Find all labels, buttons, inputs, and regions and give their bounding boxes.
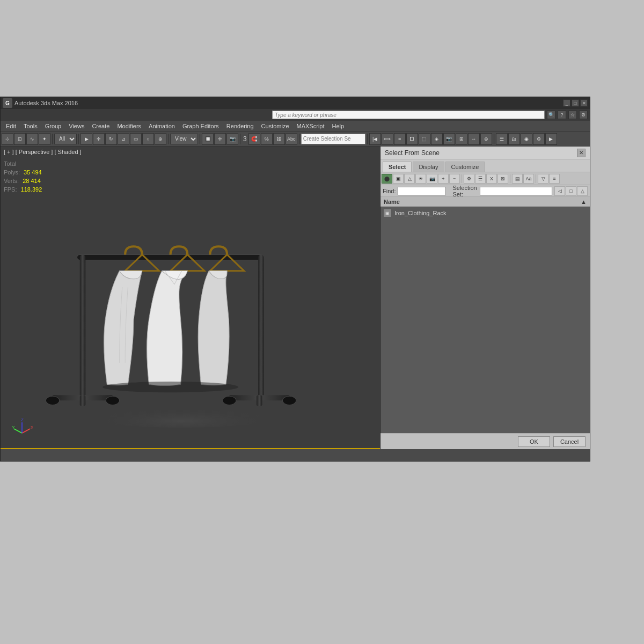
view-dropdown[interactable]: View: [170, 134, 198, 144]
place-highlight-btn[interactable]: ◈: [431, 133, 443, 145]
named-sel-btn[interactable]: |◀: [369, 133, 381, 145]
normal-align-btn[interactable]: ⬚: [419, 133, 430, 145]
menu-edit[interactable]: Edit: [3, 122, 19, 130]
paint-sel-btn[interactable]: ✦: [39, 133, 50, 145]
toolbar: ⊹ ⊡ ∿ ✦ All ▶ ✛ ↻ ⊿ ▭ ○ ⊕ View 🔲 ✛ 📷 3 🧲…: [1, 131, 590, 147]
selection-set-input[interactable]: [480, 187, 552, 195]
create-selection-input[interactable]: [301, 134, 365, 144]
name-sort-indicator[interactable]: ▲: [581, 199, 587, 205]
object-list[interactable]: ▣ Iron_Clothing_Rack: [380, 207, 590, 433]
filter-shape-btn[interactable]: △: [404, 174, 415, 184]
close-button[interactable]: ✕: [580, 99, 588, 107]
quick-align-btn[interactable]: ⧠: [406, 133, 418, 145]
render-btn[interactable]: ▶: [545, 133, 557, 145]
menu-animation[interactable]: Animation: [145, 122, 178, 130]
tb-sep-2: [78, 134, 79, 144]
filter-dropdown[interactable]: All: [54, 134, 77, 144]
select-tool-btn[interactable]: ⊹: [2, 133, 13, 145]
select-move-btn[interactable]: ✛: [93, 133, 105, 145]
select-region-btn[interactable]: ⊡: [14, 133, 26, 145]
spacing-btn[interactable]: ↔: [468, 133, 480, 145]
menu-customize[interactable]: Customize: [258, 122, 292, 130]
case-sensitive-btn[interactable]: Aa: [523, 174, 534, 184]
find-input[interactable]: [398, 187, 446, 195]
panel-title: Select From Scene ✕: [380, 147, 590, 159]
menu-views[interactable]: Views: [65, 122, 87, 130]
layer-mgr-btn[interactable]: ☰: [496, 133, 508, 145]
render-setup-btn[interactable]: ⚙: [533, 133, 545, 145]
filter-light-btn[interactable]: ☀: [415, 174, 426, 184]
tab-customize[interactable]: Customize: [445, 162, 485, 172]
menu-rendering[interactable]: Rendering: [223, 122, 257, 130]
search-option-btn-3[interactable]: ⚙: [579, 111, 588, 119]
filter-helper-btn[interactable]: +: [438, 174, 449, 184]
filter-camera-btn[interactable]: 📷: [427, 174, 437, 184]
cancel-button[interactable]: Cancel: [553, 436, 586, 447]
search-option-btn-1[interactable]: ?: [558, 111, 566, 119]
lasso-btn[interactable]: ∿: [26, 133, 38, 145]
text-btn[interactable]: Abc: [286, 133, 297, 145]
filter-systems-btn[interactable]: ⚙: [464, 174, 474, 184]
chain-btn[interactable]: ⛓: [273, 133, 285, 145]
percent-btn[interactable]: %: [261, 133, 273, 145]
tb-sep-5: [240, 134, 240, 144]
filter-geometry-btn[interactable]: ▣: [393, 174, 404, 184]
svg-rect-5: [80, 395, 86, 406]
filter-groups-btn[interactable]: ☰: [475, 174, 486, 184]
filter-all-btn[interactable]: ⬤: [382, 174, 392, 184]
filter-xref-btn[interactable]: X: [486, 174, 497, 184]
menu-modifiers[interactable]: Modifiers: [114, 122, 144, 130]
select-obj-btn[interactable]: ▶: [80, 133, 92, 145]
magnet-btn[interactable]: 🧲: [248, 133, 260, 145]
mirror-btn[interactable]: ⟺: [382, 133, 393, 145]
fps-value: 118.392: [21, 186, 42, 193]
align-view-btn[interactable]: ⊞: [456, 133, 467, 145]
filter-spacewarp-btn[interactable]: ~: [449, 174, 460, 184]
menu-tools[interactable]: Tools: [20, 122, 41, 130]
align-btn[interactable]: ≡: [394, 133, 406, 145]
maximize-button[interactable]: □: [572, 99, 579, 107]
viewport[interactable]: [ + ] [ Perspective ] [ Shaded ] Total P…: [1, 147, 380, 449]
panel-tabs: Select Display Customize: [380, 159, 590, 172]
material-editor-btn[interactable]: ◉: [521, 133, 532, 145]
svg-point-7: [106, 396, 119, 405]
minimize-button[interactable]: _: [563, 99, 570, 107]
align-camera-btn[interactable]: 📷: [443, 133, 455, 145]
sel-set-btn-3[interactable]: △: [577, 186, 588, 196]
ok-button[interactable]: OK: [518, 436, 550, 447]
menu-create[interactable]: Create: [89, 122, 113, 130]
verts-stat: Verts: 28 414: [4, 177, 42, 185]
object-item-0[interactable]: ▣ Iron_Clothing_Rack: [380, 208, 590, 218]
snap-btn[interactable]: 🔲: [202, 133, 214, 145]
move-btn[interactable]: ✛: [214, 133, 226, 145]
select-scale-btn[interactable]: ⊿: [118, 133, 129, 145]
panel-tb-sep-1: [462, 174, 462, 183]
menu-help[interactable]: Help: [329, 122, 348, 130]
menu-maxscript[interactable]: MAXScript: [294, 122, 328, 130]
options-btn[interactable]: ≡: [549, 174, 560, 184]
svg-text:Z: Z: [21, 418, 24, 422]
search-input[interactable]: [272, 111, 545, 119]
circle-sel-btn[interactable]: ○: [142, 133, 154, 145]
filter-icon-btn[interactable]: ▽: [538, 174, 548, 184]
panel-tb-sep-3: [536, 174, 536, 183]
display-subtree-btn[interactable]: ▤: [512, 174, 523, 184]
select-rotate-btn[interactable]: ↻: [105, 133, 117, 145]
rect-sel-btn[interactable]: ▭: [130, 133, 142, 145]
total-label: Total: [4, 159, 42, 168]
menu-graph-editors[interactable]: Graph Editors: [179, 122, 222, 130]
tab-select[interactable]: Select: [383, 162, 412, 172]
panel-close-button[interactable]: ✕: [577, 149, 586, 157]
filter-bones-btn[interactable]: ⊠: [497, 174, 508, 184]
ref-coord-btn[interactable]: ⊕: [155, 133, 166, 145]
search-option-btn-2[interactable]: ☆: [568, 111, 577, 119]
sel-set-btn-1[interactable]: ◁: [554, 186, 565, 196]
search-button[interactable]: 🔍: [547, 111, 555, 119]
scene-explorer-btn[interactable]: 🗂: [508, 133, 520, 145]
clone-btn[interactable]: ⊕: [480, 133, 492, 145]
sel-set-btn-2[interactable]: □: [566, 186, 576, 196]
svg-point-10: [223, 396, 236, 405]
camera-btn[interactable]: 📷: [226, 133, 238, 145]
menu-group[interactable]: Group: [42, 122, 65, 130]
tab-display[interactable]: Display: [413, 162, 444, 172]
